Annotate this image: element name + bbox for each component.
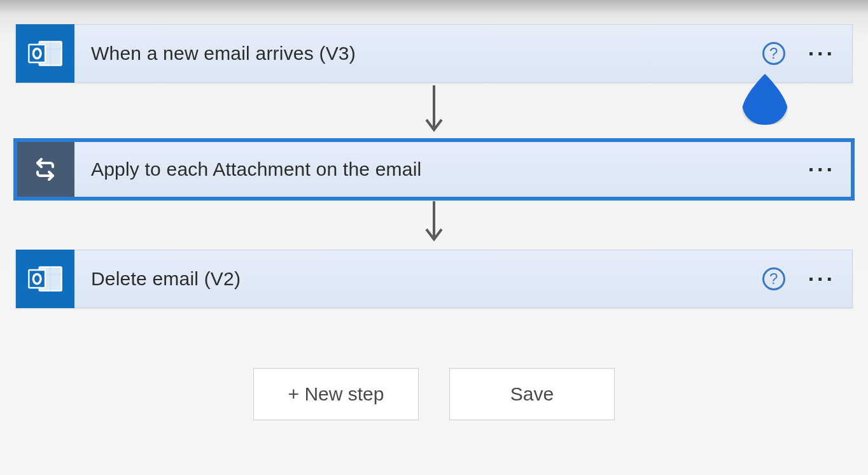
flow-designer-canvas: When a new email arrives (V3) ? ··· Appl… — [0, 0, 868, 475]
save-button[interactable]: Save — [449, 368, 615, 420]
help-icon[interactable]: ? — [762, 42, 785, 65]
more-options-button[interactable]: ··· — [808, 274, 852, 285]
action-card-delete-email[interactable]: Delete email (V2) ? ··· — [15, 250, 853, 308]
outlook-icon — [16, 24, 74, 83]
more-options-button[interactable]: ··· — [808, 164, 852, 175]
more-options-button[interactable]: ··· — [808, 48, 852, 59]
footer-actions: + New step Save — [15, 368, 853, 420]
loop-icon — [16, 140, 74, 199]
step-title: Apply to each Attachment on the email — [74, 159, 808, 180]
new-step-button[interactable]: + New step — [253, 368, 419, 420]
help-icon[interactable]: ? — [762, 267, 785, 290]
svg-rect-12 — [29, 270, 45, 288]
flow-connector — [15, 83, 853, 140]
step-title: Delete email (V2) — [74, 268, 762, 290]
step-title: When a new email arrives (V3) — [74, 43, 762, 64]
action-card-apply-to-each[interactable]: Apply to each Attachment on the email ··… — [15, 140, 853, 199]
svg-rect-4 — [29, 45, 45, 62]
outlook-icon — [16, 250, 74, 308]
flow-connector — [15, 199, 853, 250]
trigger-card-email-arrives[interactable]: When a new email arrives (V3) ? ··· — [15, 24, 853, 83]
